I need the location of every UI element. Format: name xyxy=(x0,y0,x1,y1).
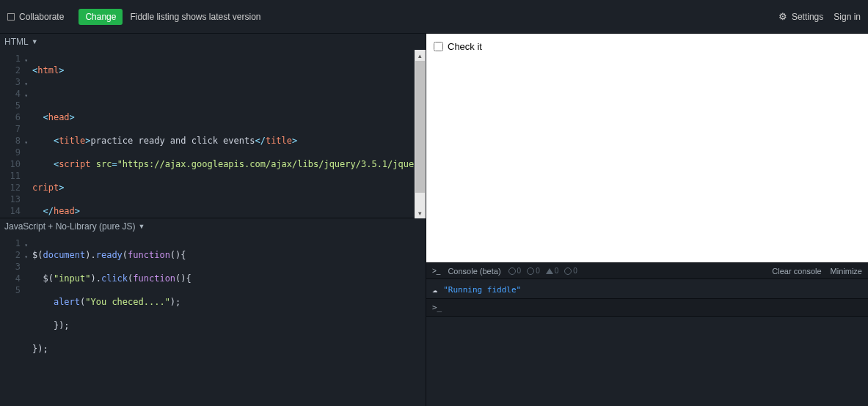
console-header: >_ Console (beta) 0 0 0 0 Clear console … xyxy=(426,263,868,279)
code-token: > xyxy=(59,65,64,75)
code-token: "input" xyxy=(54,273,91,284)
html-pane-header[interactable]: HTML ▼ xyxy=(0,34,426,50)
js-code[interactable]: $(document).ready(function(){ $("input")… xyxy=(32,237,192,378)
js-pane-title: JavaScript + No-Library (pure JS) xyxy=(4,221,135,232)
code-token: alert xyxy=(54,297,80,307)
code-token: function xyxy=(133,273,175,284)
chevron-down-icon: ▼ xyxy=(32,38,38,45)
code-token: cript xyxy=(32,182,59,193)
counter-other[interactable]: 0 xyxy=(564,267,577,275)
code-token: ). xyxy=(90,273,101,284)
left-column: HTML ▼ 1▾ 2 3▾ 4▾ 5 6 7 8▾ 9 10 11 12 1 xyxy=(0,34,426,406)
topbar-right: ⚙ Settings Sign in xyxy=(778,11,861,22)
code-token: $( xyxy=(43,273,53,284)
console-pane: >_ Console (beta) 0 0 0 0 Clear console … xyxy=(426,262,868,406)
settings-label: Settings xyxy=(792,12,823,22)
preview-checkbox-label[interactable]: Check it xyxy=(434,41,861,52)
line-num: 1 xyxy=(15,238,21,248)
counter-info[interactable]: 0 xyxy=(508,267,522,275)
line-num: 2 xyxy=(15,65,21,75)
scroll-up-icon[interactable]: ▴ xyxy=(415,50,426,61)
html-scrollbar[interactable]: ▴ ▾ xyxy=(415,50,426,218)
line-num: 6 xyxy=(15,112,21,122)
line-num: 7 xyxy=(15,124,21,134)
topbar: Collaborate Change Fiddle listing shows … xyxy=(0,0,868,34)
console-body: ☁ "Running fiddle" >_ xyxy=(426,279,868,406)
console-message: "Running fiddle" xyxy=(443,285,521,295)
triangle-icon xyxy=(546,268,553,274)
code-token: $( xyxy=(32,250,43,260)
code-token: > xyxy=(59,182,64,193)
counter-warn[interactable]: 0 xyxy=(546,267,559,275)
collaborate-button[interactable]: Collaborate xyxy=(7,12,64,22)
line-num: 4 xyxy=(15,273,21,284)
code-token: </ xyxy=(255,136,265,146)
code-token: head xyxy=(54,206,75,216)
line-num: 14 xyxy=(10,206,21,216)
line-num: 5 xyxy=(15,100,21,111)
preview-pane: Check it xyxy=(426,34,868,262)
circle-icon xyxy=(527,267,534,275)
settings-link[interactable]: ⚙ Settings xyxy=(778,11,823,22)
line-num: 8 xyxy=(15,136,21,146)
code-token: (){ xyxy=(175,273,192,284)
console-prompt: >_ xyxy=(432,303,442,312)
code-token: html xyxy=(37,65,59,75)
signin-link[interactable]: Sign in xyxy=(834,12,861,22)
change-button[interactable]: Change xyxy=(79,9,123,25)
console-header-right: Clear console Minimize xyxy=(772,267,862,276)
code-token: "You checed...." xyxy=(85,297,170,307)
console-title: Console (beta) xyxy=(448,267,500,276)
js-editor[interactable]: 1▾ 2▾ 3 4 5 $(document).ready(function()… xyxy=(0,235,426,406)
chevron-down-icon: ▼ xyxy=(138,223,145,230)
console-counters: 0 0 0 0 xyxy=(508,267,577,275)
code-token: < xyxy=(43,112,48,122)
code-token: ). xyxy=(85,250,95,260)
circle-icon xyxy=(508,267,516,275)
minimize-console-button[interactable]: Minimize xyxy=(831,267,862,276)
prompt-icon: >_ xyxy=(432,267,440,275)
line-num: 3 xyxy=(15,77,21,87)
line-num: 13 xyxy=(10,194,21,204)
preview-checkbox-text: Check it xyxy=(448,41,482,52)
code-token: document xyxy=(43,250,85,260)
js-gutter: 1▾ 2▾ 3 4 5 xyxy=(0,235,28,296)
code-token: src xyxy=(91,159,112,169)
code-token: practice ready and click events xyxy=(91,136,255,146)
line-num: 4 xyxy=(15,89,21,99)
fiddle-status-text: Fiddle listing shows latest version xyxy=(130,12,260,22)
topbar-left: Collaborate Change Fiddle listing shows … xyxy=(7,9,261,25)
collaborate-icon xyxy=(7,13,15,21)
scroll-down-icon[interactable]: ▾ xyxy=(415,207,426,218)
code-token: }); xyxy=(32,344,48,354)
counter-value: 0 xyxy=(573,267,577,275)
js-pane: JavaScript + No-Library (pure JS) ▼ 1▾ 2… xyxy=(0,218,426,406)
js-pane-header[interactable]: JavaScript + No-Library (pure JS) ▼ xyxy=(0,218,426,235)
sliders-icon: ⚙ xyxy=(778,11,787,22)
circle-icon xyxy=(564,267,572,275)
code-token: click xyxy=(101,273,128,284)
line-num: 11 xyxy=(10,171,21,181)
line-num: 1 xyxy=(15,53,21,64)
code-token: > xyxy=(292,136,297,146)
code-token: (){ xyxy=(170,250,186,260)
code-token: ready xyxy=(96,250,123,260)
preview-checkbox[interactable] xyxy=(434,42,443,51)
clear-console-button[interactable]: Clear console xyxy=(772,267,821,276)
html-code[interactable]: <html> <head> <title>practice ready and … xyxy=(32,53,426,218)
html-gutter: 1▾ 2 3▾ 4▾ 5 6 7 8▾ 9 10 11 12 13 14 15 xyxy=(0,50,28,218)
console-line: ☁ "Running fiddle" xyxy=(432,282,862,297)
line-num: 5 xyxy=(15,285,21,295)
line-num: 10 xyxy=(10,159,21,169)
counter-value: 0 xyxy=(536,267,540,275)
code-token: > xyxy=(85,136,90,146)
counter-value: 0 xyxy=(517,267,522,275)
main: HTML ▼ 1▾ 2 3▾ 4▾ 5 6 7 8▾ 9 10 11 12 1 xyxy=(0,34,868,406)
line-num: 3 xyxy=(15,262,21,272)
html-editor[interactable]: 1▾ 2 3▾ 4▾ 5 6 7 8▾ 9 10 11 12 13 14 15 … xyxy=(0,50,426,218)
counter-error[interactable]: 0 xyxy=(527,267,540,275)
code-token: function xyxy=(128,250,170,260)
code-token: > xyxy=(75,206,80,216)
console-input[interactable]: >_ xyxy=(426,298,868,317)
scroll-thumb[interactable] xyxy=(415,61,425,193)
